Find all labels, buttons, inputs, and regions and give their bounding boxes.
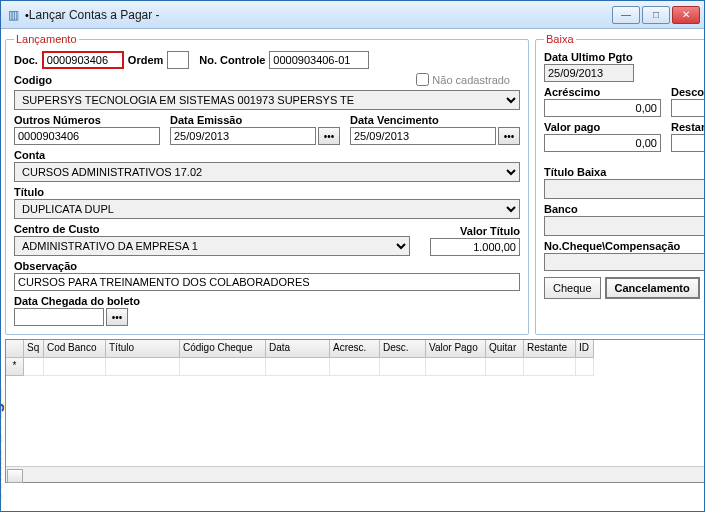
label-vencimento: Data Vencimento [350, 114, 520, 126]
maximize-button[interactable]: □ [642, 6, 670, 24]
grid-new-row[interactable]: * [6, 358, 705, 376]
label-obs: Observação [14, 260, 520, 272]
col-acresc[interactable]: Acresc. [330, 340, 380, 358]
label-nocheque: No.Cheque\Compensação [544, 240, 705, 252]
valor-pago-input[interactable] [544, 134, 661, 152]
col-valor-pago[interactable]: Valor Pago [426, 340, 486, 358]
nocheque-display [544, 253, 705, 271]
window-title: Lançar Contas a Pagar - [29, 8, 610, 22]
label-banco: Banco [544, 203, 705, 215]
cheque-button[interactable]: Cheque [544, 277, 601, 299]
nao-cadastrado-checkbox[interactable] [416, 73, 429, 86]
codigo-select[interactable]: SUPERSYS TECNOLOGIA EM SISTEMAS 001973 S… [14, 90, 520, 110]
grid-header-row: Sq Cod Banco Título Código Cheque Data A… [6, 340, 705, 358]
centro-select[interactable]: ADMINISTRATIVO DA EMPRESA 1 [14, 236, 410, 256]
legend-lancamento: Lançamento [14, 33, 79, 45]
chegada-input[interactable] [14, 308, 104, 326]
col-titulo[interactable]: Título [106, 340, 180, 358]
group-lancamento: Lançamento Doc. Ordem No. Controle Codig… [5, 33, 529, 335]
valor-titulo-input[interactable] [430, 238, 520, 256]
banco-select[interactable] [544, 216, 705, 236]
ordem-input[interactable] [167, 51, 189, 69]
cancelamento-button[interactable]: Cancelamento [605, 277, 700, 299]
col-data[interactable]: Data [266, 340, 330, 358]
titulo-baixa-select[interactable] [544, 179, 705, 199]
label-codigo: Codigo [14, 74, 52, 86]
doc-input[interactable] [42, 51, 124, 69]
label-conta: Conta [14, 149, 520, 161]
label-outros: Outros Números [14, 114, 160, 126]
obs-input[interactable] [14, 273, 520, 291]
label-centro: Centro de Custo [14, 223, 410, 235]
col-desc[interactable]: Desc. [380, 340, 426, 358]
label-valor-titulo: Valor Título [430, 225, 520, 237]
label-chegada: Data Chegada do boleto [14, 295, 214, 307]
label-nao-cadastrado: Não cadastrado [432, 74, 510, 86]
label-descontos: Descontos [671, 86, 705, 98]
label-titulo-baixa: Título Baixa [544, 166, 705, 178]
descontos-input[interactable] [671, 99, 705, 117]
col-sq[interactable]: Sq [24, 340, 44, 358]
label-restante: Restante [671, 121, 705, 133]
col-quitar[interactable]: Quitar [486, 340, 524, 358]
vencimento-picker-button[interactable]: ••• [498, 127, 520, 145]
col-cod-banco[interactable]: Cod Banco [44, 340, 106, 358]
chegada-picker-button[interactable]: ••• [106, 308, 128, 326]
new-row-indicator: * [6, 358, 24, 376]
label-ordem: Ordem [128, 54, 163, 66]
label-ultimo-pgto: Data Ultimo Pgto [544, 51, 705, 63]
nao-cadastrado-check[interactable]: Não cadastrado [416, 73, 510, 86]
grid-horizontal-scrollbar[interactable] [6, 466, 705, 482]
label-emissao: Data Emissão [170, 114, 340, 126]
ultimo-pgto-display [544, 64, 634, 82]
label-controle: No. Controle [199, 54, 265, 66]
emissao-picker-button[interactable]: ••• [318, 127, 340, 145]
acrescimo-input[interactable] [544, 99, 661, 117]
vencimento-input[interactable] [350, 127, 496, 145]
emissao-input[interactable] [170, 127, 316, 145]
side-label: Contas a Pagar [0, 387, 5, 503]
legend-baixa: Baixa [544, 33, 576, 45]
group-baixa: Baixa Data Ultimo Pgto Acréscimo Descont… [535, 33, 705, 335]
label-doc: Doc. [14, 54, 38, 66]
col-id[interactable]: ID [576, 340, 594, 358]
close-button[interactable]: ✕ [672, 6, 700, 24]
label-titulo: Título [14, 186, 520, 198]
label-acrescimo: Acréscimo [544, 86, 661, 98]
col-restante[interactable]: Restante [524, 340, 576, 358]
controle-input[interactable] [269, 51, 369, 69]
label-valor-pago: Valor pago [544, 121, 661, 133]
app-icon: ▥ [5, 7, 21, 23]
titlebar: ▥ • Lançar Contas a Pagar - — □ ✕ [1, 1, 704, 29]
outros-input[interactable] [14, 127, 160, 145]
minimize-button[interactable]: — [612, 6, 640, 24]
col-codigo-cheque[interactable]: Código Cheque [180, 340, 266, 358]
conta-select[interactable]: CURSOS ADMINISTRATIVOS 17.02 [14, 162, 520, 182]
payments-grid[interactable]: Sq Cod Banco Título Código Cheque Data A… [5, 339, 705, 483]
restante-display [671, 134, 705, 152]
titulo-select[interactable]: DUPLICATA DUPL [14, 199, 520, 219]
